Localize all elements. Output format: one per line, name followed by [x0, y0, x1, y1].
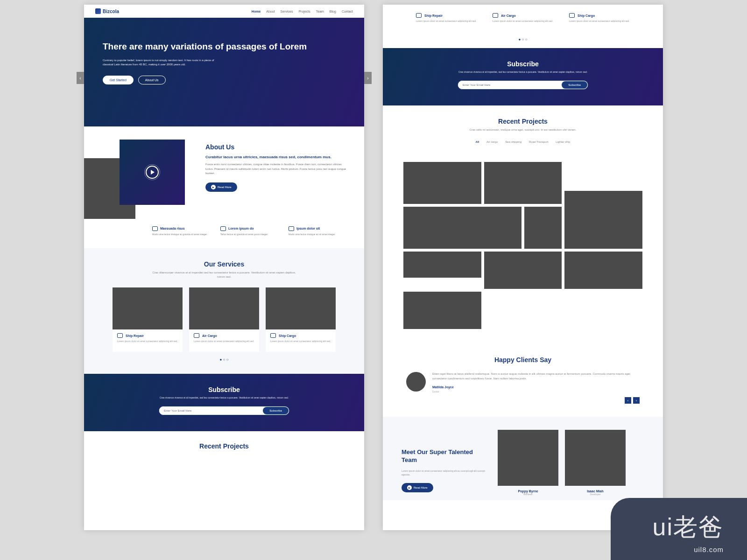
service-card[interactable]: Ship RepairLorem ipsum dolor sit amet co… [113, 287, 183, 352]
left-preview: Bizcola Home About Services Projects Tea… [84, 5, 364, 530]
client-quote: Etiam eget libero at lacus eleifend scel… [432, 372, 640, 381]
about-video[interactable] [120, 140, 185, 205]
filter-item[interactable]: Lighter ship [556, 140, 570, 143]
team-title: Meet Our Super Talented Team [402, 448, 486, 464]
get-started-button[interactable]: Get Started [103, 76, 134, 84]
subscribe-section: Subscribe Cras vivamus vivamus et al imp… [84, 374, 364, 432]
about-subtitle: Curabitur lacus urna ultricies, maesuada… [205, 154, 347, 160]
project-thumb[interactable] [524, 207, 562, 249]
main-nav: Home About Services Projects Team Blog C… [252, 10, 353, 13]
team-read-more-button[interactable]: Read More [402, 483, 433, 492]
subscribe-desc: Cras vivamus vivamus et al imperdiet, se… [159, 396, 289, 400]
service-card[interactable]: Ship CargoLorem ipsum dolor sit amet con… [266, 287, 336, 352]
card-image [266, 287, 336, 329]
hero-title: There are many variations of passages of… [103, 41, 345, 53]
filter-all[interactable]: All [476, 140, 479, 143]
ship-repair-icon [416, 13, 422, 18]
client-name: Matilda Joyce [432, 385, 640, 390]
feature-item: Ipsum dolor sitMorbi urna lectus tristiq… [289, 226, 347, 237]
carousel-dots[interactable]: ● ○ ○ [101, 357, 347, 362]
filter-item[interactable]: Road Transport [529, 140, 548, 143]
nav-contact[interactable]: Contact [342, 10, 353, 13]
services-sub: Cras ullamcorper vivamus et al imperdiet… [149, 271, 299, 279]
nav-services[interactable]: Services [281, 10, 293, 13]
member-photo [565, 430, 626, 486]
subscribe-form: Subscribe [458, 80, 588, 90]
hero-prev-arrow[interactable]: ‹ [77, 72, 84, 84]
project-thumb[interactable] [484, 162, 562, 204]
carousel-dots[interactable]: ● ○ ○ [400, 37, 646, 42]
ship-repair-icon [117, 333, 123, 338]
clients-title: Happy Clients Say [406, 356, 640, 364]
team-member[interactable]: Poppy ByrneMarketer [498, 430, 558, 496]
email-input[interactable] [159, 406, 262, 415]
recent-projects-heading: Recent Projects [84, 431, 364, 455]
air-cargo-icon [194, 333, 199, 338]
service-card[interactable]: Air CargoLorem ipsum dolor sit amet cons… [189, 287, 259, 352]
project-thumb[interactable] [564, 191, 642, 249]
client-avatar [406, 372, 426, 392]
about-us-button[interactable]: About Us [138, 76, 166, 84]
topbar: Bizcola Home About Services Projects Tea… [84, 5, 364, 18]
right-preview: Ship RepairLorem ipsum dolor sit amet co… [383, 5, 663, 530]
ship-cargo-icon [270, 333, 276, 338]
service-card[interactable]: Ship CargoLorem ipsum dolor sit amet con… [564, 9, 634, 32]
features-row: Maesuada risusMorbi urna lectus tristiqu… [152, 226, 347, 237]
subscribe-button[interactable]: Subscribe [562, 81, 587, 89]
projects-section: Recent Projects Cras utilis mi accumsan,… [383, 105, 663, 162]
ship-icon [289, 226, 294, 231]
truck-icon [152, 226, 158, 231]
member-photo [498, 430, 558, 486]
read-more-button[interactable]: Read More [205, 182, 237, 192]
testi-next-icon[interactable]: › [633, 397, 640, 404]
project-thumb[interactable] [403, 207, 521, 249]
projects-title: Recent Projects [400, 118, 646, 125]
nav-projects[interactable]: Projects [298, 10, 310, 13]
card-image [113, 287, 183, 329]
logo-icon [95, 8, 101, 14]
filter-item[interactable]: Sea shipping [505, 140, 521, 143]
team-section: Meet Our Super Talented Team Lorem ipsum… [383, 417, 663, 500]
about-title: About Us [205, 143, 347, 151]
project-thumb[interactable] [403, 252, 481, 278]
team-member[interactable]: Isaac MiahDeveloper [565, 430, 626, 496]
team-desc: Lorem ipsum dolor sit amet consectetur a… [402, 469, 486, 476]
hero-desc: Contrary to popular belief, lorem ipsum … [103, 58, 224, 67]
projects-grid [383, 162, 663, 343]
services-cards-top: Ship RepairLorem ipsum dolor sit amet co… [383, 5, 663, 48]
service-card[interactable]: Air CargoLorem ipsum dolor sit amet cons… [488, 9, 558, 32]
watermark: ui老爸 uil8.com [611, 498, 747, 560]
filter-item[interactable]: Air cargo [486, 140, 498, 143]
globe-icon [220, 226, 226, 231]
hero: ‹ › There are many variations of passage… [84, 18, 364, 126]
email-input[interactable] [458, 81, 561, 89]
subscribe-form: Subscribe [159, 406, 289, 415]
nav-team[interactable]: Team [316, 10, 324, 13]
play-icon [146, 166, 159, 179]
nav-blog[interactable]: Blog [330, 10, 336, 13]
project-thumb[interactable] [564, 252, 642, 289]
nav-about[interactable]: About [266, 10, 275, 13]
logo[interactable]: Bizcola [95, 8, 119, 14]
project-filters: All Air cargo Sea shipping Road Transpor… [400, 140, 646, 143]
services-title: Our Services [101, 260, 347, 268]
hero-next-arrow[interactable]: › [364, 72, 372, 84]
project-thumb[interactable] [403, 292, 481, 329]
subscribe-title: Subscribe [402, 60, 644, 68]
subscribe-section: Subscribe Cras vivamus vivamus et al imp… [383, 48, 663, 106]
client-role: Doctor [432, 390, 640, 393]
projects-sub: Cras utilis mi accumsan, tristique urna … [448, 128, 598, 132]
services-section: Our Services Cras ullamcorper vivamus et… [84, 248, 364, 374]
project-thumb[interactable] [484, 252, 562, 289]
testimonials-section: Happy Clients Say Etiam eget libero at l… [383, 343, 663, 417]
nav-home[interactable]: Home [252, 10, 261, 13]
testimonial-nav: ‹ › [406, 397, 640, 404]
about-section: About Us Curabitur lacus urna ultricies,… [84, 126, 364, 218]
project-thumb[interactable] [403, 162, 481, 204]
testi-prev-icon[interactable]: ‹ [625, 397, 631, 404]
feature-item: Lorem ipsum doTellus lectus ac gravida s… [220, 226, 279, 237]
ship-cargo-icon [569, 13, 575, 18]
subscribe-title: Subscribe [103, 386, 345, 393]
service-card[interactable]: Ship RepairLorem ipsum dolor sit amet co… [411, 9, 481, 32]
subscribe-button[interactable]: Subscribe [263, 407, 289, 414]
